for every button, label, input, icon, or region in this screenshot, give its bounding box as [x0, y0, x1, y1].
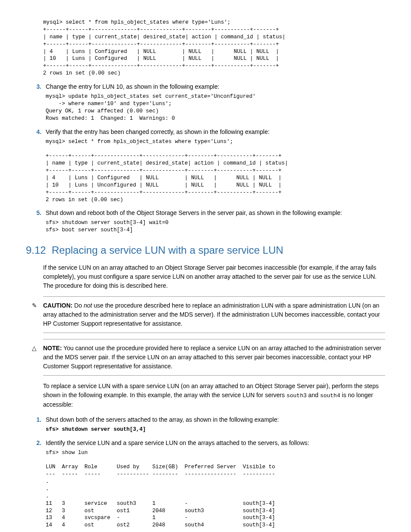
- proc-text-2: and: [307, 392, 320, 398]
- procedure-intro: To replace a service LUN with a spare se…: [43, 382, 385, 409]
- code-block-2: mysql> update hpls_object_states set cur…: [46, 93, 385, 122]
- step-1-text: Shut down both of the servers attached t…: [46, 416, 279, 423]
- note-label: NOTE:: [43, 345, 62, 352]
- code-block-6: sfs> show lun LUN Array Role Used by Siz…: [46, 449, 385, 529]
- step-4: Verify that the entry has been changed c…: [43, 128, 385, 204]
- section-title: Replacing a service LUN with a spare ser…: [52, 244, 283, 256]
- note-icon: △: [32, 344, 37, 353]
- proc-mono-2: south4: [320, 392, 340, 399]
- caution-text-start: Do: [72, 302, 84, 309]
- step-3: Change the entry for LUN 10, as shown in…: [43, 82, 385, 122]
- note-text: You cannot use the procedure provided he…: [43, 345, 381, 370]
- caution-text-end: use the procedure described here to repl…: [43, 302, 380, 327]
- note-admonition: △ NOTE: You cannot use the procedure pro…: [43, 339, 385, 376]
- code-block-5: sfs> shutdown server south[3,4]: [46, 426, 385, 433]
- step-4-text: Verify that the entry has been changed c…: [46, 128, 270, 135]
- section-number: 9.12: [26, 243, 52, 258]
- step-5: Shut down and reboot both of the Object …: [43, 208, 385, 234]
- caution-label: CAUTION:: [43, 302, 72, 309]
- step-2-text: Identify the service LUN and a spare ser…: [46, 439, 309, 446]
- intro-paragraph: If the service LUN on an array attached …: [43, 263, 385, 290]
- caution-not: not: [84, 302, 92, 309]
- step-1: Shut down both of the servers attached t…: [43, 415, 385, 433]
- step-3-text: Change the entry for LUN 10, as shown in…: [46, 83, 219, 90]
- step-5-text: Shut down and reboot both of the Object …: [46, 209, 342, 216]
- caution-admonition: ✎ CAUTION: Do not use the procedure desc…: [43, 296, 385, 333]
- proc-mono-1: south3: [286, 392, 307, 399]
- section-heading: 9.12Replacing a service LUN with a spare…: [26, 243, 385, 258]
- caution-icon: ✎: [32, 301, 37, 310]
- code-block-4: sfs> shutdown server south[3-4] wait=0 s…: [46, 219, 385, 234]
- step-2: Identify the service LUN and a spare ser…: [43, 439, 385, 529]
- code-block-3: mysql> select * from hpls_object_states …: [46, 138, 385, 204]
- code-block-1: mysql> select * from hpls_object_states …: [43, 19, 385, 77]
